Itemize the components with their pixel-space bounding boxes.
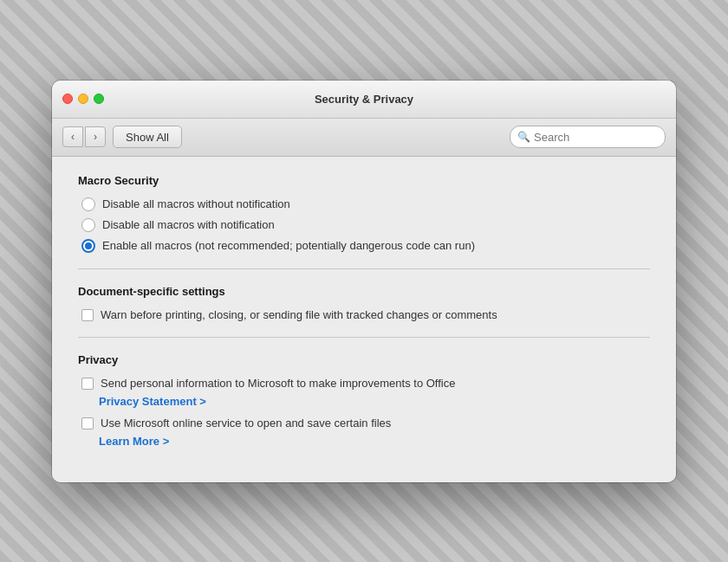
macro-security-section: Macro Security Disable all macros withou…	[78, 174, 650, 253]
close-button[interactable]	[62, 94, 73, 104]
radio-circle-disable-notify	[81, 218, 95, 232]
forward-icon: ›	[94, 131, 97, 143]
divider-2	[78, 337, 650, 338]
checkbox-box-warn-tracked	[81, 309, 94, 321]
radio-label-disable-no-notify: Disable all macros without notification	[102, 197, 290, 210]
radio-circle-enable-all	[81, 239, 95, 253]
search-input[interactable]	[534, 131, 658, 144]
back-button[interactable]: ‹	[62, 126, 83, 147]
radio-disable-no-notify[interactable]: Disable all macros without notification	[81, 197, 650, 211]
checkbox-send-personal-info[interactable]: Send personal information to Microsoft t…	[81, 377, 650, 390]
macro-security-radio-group: Disable all macros without notification …	[81, 197, 650, 253]
minimize-button[interactable]	[78, 94, 88, 104]
content-area: Macro Security Disable all macros withou…	[52, 157, 676, 482]
window-title: Security & Privacy	[315, 93, 413, 106]
radio-label-disable-notify: Disable all macros with notification	[102, 218, 275, 231]
checkbox-box-ms-online-service	[81, 417, 94, 430]
checkbox-warn-tracked[interactable]: Warn before printing, closing, or sendin…	[81, 308, 650, 321]
search-icon: 🔍	[517, 131, 530, 143]
document-settings-section: Document-specific settings Warn before p…	[78, 285, 650, 321]
nav-buttons: ‹ ›	[62, 126, 106, 147]
privacy-item-group-2: Use Microsoft online service to open and…	[78, 417, 650, 448]
toolbar: ‹ › Show All 🔍	[52, 119, 676, 157]
traffic-lights	[62, 94, 104, 104]
back-icon: ‹	[71, 131, 75, 143]
privacy-title: Privacy	[78, 353, 650, 366]
document-settings-title: Document-specific settings	[78, 285, 650, 298]
maximize-button[interactable]	[94, 94, 104, 104]
checkbox-ms-online-service[interactable]: Use Microsoft online service to open and…	[81, 417, 650, 430]
radio-enable-all[interactable]: Enable all macros (not recommended; pote…	[81, 239, 650, 253]
privacy-statement-link[interactable]: Privacy Statement >	[99, 395, 650, 408]
checkbox-label-ms-online-service: Use Microsoft online service to open and…	[101, 417, 391, 430]
show-all-button[interactable]: Show All	[113, 126, 182, 148]
macro-security-title: Macro Security	[78, 174, 650, 187]
checkbox-label-warn-tracked: Warn before printing, closing, or sendin…	[101, 308, 497, 321]
privacy-section: Privacy Send personal information to Mic…	[78, 353, 650, 448]
privacy-item-group-1: Send personal information to Microsoft t…	[78, 377, 650, 408]
title-bar: Security & Privacy	[52, 81, 676, 119]
checkbox-label-send-personal-info: Send personal information to Microsoft t…	[101, 377, 455, 390]
checkbox-box-send-personal-info	[81, 378, 94, 390]
divider-1	[78, 268, 650, 269]
forward-button[interactable]: ›	[85, 126, 106, 147]
main-window: Security & Privacy ‹ › Show All 🔍 Macro …	[52, 81, 676, 482]
learn-more-link[interactable]: Learn More >	[99, 435, 650, 448]
search-box: 🔍	[510, 126, 666, 148]
radio-disable-notify[interactable]: Disable all macros with notification	[81, 218, 650, 232]
radio-label-enable-all: Enable all macros (not recommended; pote…	[102, 239, 475, 252]
radio-circle-disable-no-notify	[81, 197, 95, 211]
